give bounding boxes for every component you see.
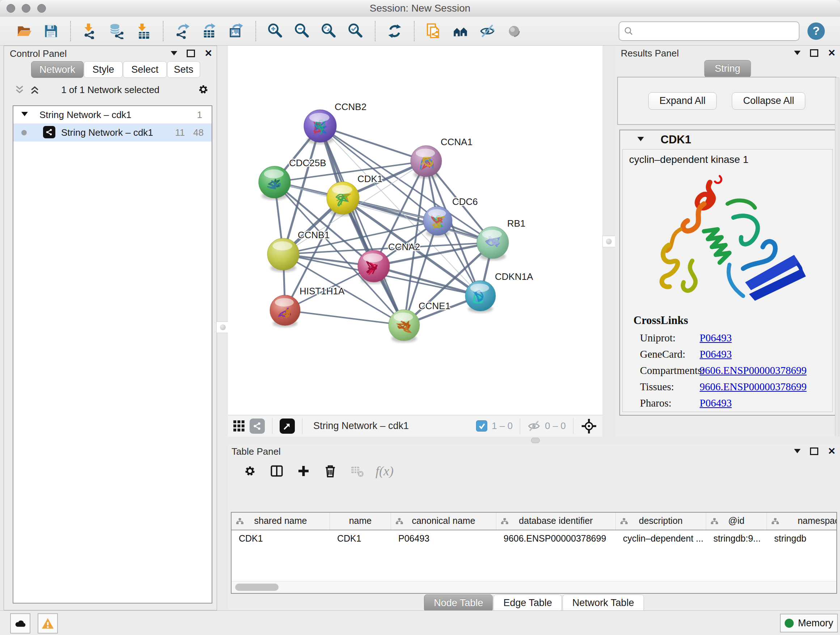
import-string-network-button[interactable] (423, 21, 444, 42)
table-row[interactable]: CDK1CDK1P064939606.ENSP00000378699cyclin… (232, 530, 836, 546)
table-cell[interactable]: cyclin–dependent ... (616, 530, 706, 546)
import-network-from-file-button[interactable] (80, 21, 101, 42)
results-scrollbar[interactable] (835, 78, 839, 461)
table-cell[interactable]: CDK1 (330, 530, 391, 546)
warnings-button[interactable] (38, 613, 58, 633)
panel-menu-icon[interactable] (794, 449, 801, 453)
add-column-icon[interactable] (295, 463, 312, 479)
network-node[interactable] (304, 110, 336, 144)
import-table-from-file-button[interactable] (133, 21, 154, 42)
network-options-gear-icon[interactable] (196, 82, 210, 96)
network-node[interactable] (423, 206, 452, 237)
table-cell[interactable]: stringdb:9... (706, 530, 767, 546)
show-columns-icon[interactable] (268, 463, 285, 479)
network-edge[interactable] (320, 126, 426, 161)
show-graphics-details-button[interactable] (504, 21, 524, 42)
open-session-button[interactable] (14, 21, 35, 42)
panel-menu-icon[interactable] (794, 51, 801, 55)
save-session-button[interactable] (41, 21, 62, 42)
close-panel-icon[interactable]: ✕ (204, 49, 212, 58)
column-header-shared-name[interactable]: shared name (232, 513, 330, 530)
network-node[interactable] (270, 295, 300, 327)
tree-expanded-icon[interactable] (21, 112, 28, 116)
network-node[interactable] (465, 280, 496, 313)
import-network-from-database-button[interactable] (106, 21, 127, 42)
vertical-splitter[interactable] (217, 46, 228, 437)
selected-checkbox-icon[interactable] (476, 420, 487, 432)
tab-string[interactable]: String (704, 60, 751, 78)
float-panel-icon[interactable] (187, 50, 195, 57)
vertical-splitter-handle[interactable] (216, 321, 229, 333)
horizontal-splitter-handle[interactable] (531, 438, 540, 443)
collapse-all-button[interactable]: Collapse All (732, 92, 805, 110)
crosslink-link[interactable]: 9606.ENSP00000378699 (699, 364, 807, 377)
network-node[interactable] (388, 310, 420, 342)
export-image-button[interactable] (226, 21, 247, 42)
panel-menu-icon[interactable] (171, 51, 177, 55)
float-panel-icon[interactable] (810, 49, 818, 57)
tab-sets[interactable]: Sets (167, 61, 200, 78)
table-cell[interactable]: 9606.ENSP00000378699 (496, 530, 616, 546)
column-header-namespace[interactable]: namespace (767, 513, 837, 530)
tab-network-table[interactable]: Network Table (562, 594, 644, 612)
export-network-button[interactable] (172, 21, 193, 42)
tab-style[interactable]: Style (84, 61, 123, 78)
window-zoom-button[interactable] (37, 4, 46, 13)
grid-view-icon[interactable] (233, 420, 245, 432)
column-header-description[interactable]: description (616, 513, 706, 530)
crosslink-link[interactable]: P06493 (699, 348, 732, 360)
network-collection-row[interactable]: String Network – cdk1 1 (13, 106, 212, 124)
cloud-status-button[interactable] (10, 613, 30, 633)
show-all-networks-button[interactable] (450, 21, 471, 42)
table-cell[interactable]: P06493 (391, 530, 496, 546)
crosslink-link[interactable]: 9606.ENSP00000378699 (699, 381, 807, 393)
network-node[interactable] (411, 146, 442, 179)
hide-selected-button[interactable] (477, 21, 498, 42)
column-header--id[interactable]: @id (706, 513, 767, 530)
window-close-button[interactable] (6, 4, 15, 13)
table-cell[interactable]: CDK1 (232, 530, 330, 546)
network-node[interactable] (259, 166, 291, 200)
refresh-layout-button[interactable] (384, 21, 405, 42)
network-node[interactable] (267, 238, 299, 272)
network-node[interactable] (358, 250, 390, 284)
collapse-gene-icon[interactable] (638, 137, 644, 141)
memory-button[interactable]: Memory (780, 614, 838, 632)
zoom-selected-button[interactable] (345, 21, 366, 42)
table-cell[interactable]: stringdb (767, 530, 837, 546)
birds-eye-view-button[interactable] (279, 418, 295, 434)
horizontal-splitter[interactable] (217, 437, 840, 444)
close-panel-icon[interactable]: ✕ (828, 447, 836, 456)
zoom-fit-content-button[interactable] (318, 21, 339, 42)
delete-column-trash-icon[interactable] (322, 463, 339, 479)
column-header-name[interactable]: name (330, 513, 391, 530)
vertical-splitter-right[interactable] (602, 46, 615, 437)
scrollbar-thumb[interactable] (235, 584, 279, 591)
network-canvas[interactable]: CCNB2CCNA1CDC25BCDK1CDC6RB1CCNB1CCNA2CDK… (228, 46, 603, 415)
export-table-button[interactable] (199, 21, 220, 42)
float-panel-icon[interactable] (810, 448, 818, 455)
zoom-out-button[interactable] (292, 21, 313, 42)
window-minimize-button[interactable] (22, 4, 30, 13)
table-horizontal-scrollbar[interactable] (232, 581, 836, 593)
table-options-gear-icon[interactable] (242, 463, 258, 479)
tab-node-table[interactable]: Node Table (424, 594, 493, 612)
tab-edge-table[interactable]: Edge Table (493, 594, 562, 612)
help-button[interactable]: ? (807, 22, 825, 40)
network-row[interactable]: String Network – cdk1 11 48 (13, 124, 212, 141)
network-share-view-button[interactable] (249, 418, 265, 434)
expand-all-button[interactable]: Expand All (648, 92, 717, 110)
vertical-splitter-handle[interactable] (602, 236, 615, 247)
zoom-in-button[interactable] (265, 21, 286, 42)
fit-selected-crosshair-icon[interactable] (581, 418, 597, 434)
column-header-canonical-name[interactable]: canonical name (391, 513, 496, 530)
crosslink-link[interactable]: P06493 (699, 397, 732, 409)
crosslink-link[interactable]: P06493 (699, 332, 732, 344)
column-header-database-identifier[interactable]: database identifier (496, 513, 616, 530)
tab-select[interactable]: Select (123, 61, 167, 78)
search-input[interactable] (634, 22, 794, 41)
network-node[interactable] (327, 182, 359, 216)
network-node[interactable] (477, 226, 508, 260)
tab-network[interactable]: Network (31, 61, 84, 78)
close-panel-icon[interactable]: ✕ (828, 48, 836, 57)
